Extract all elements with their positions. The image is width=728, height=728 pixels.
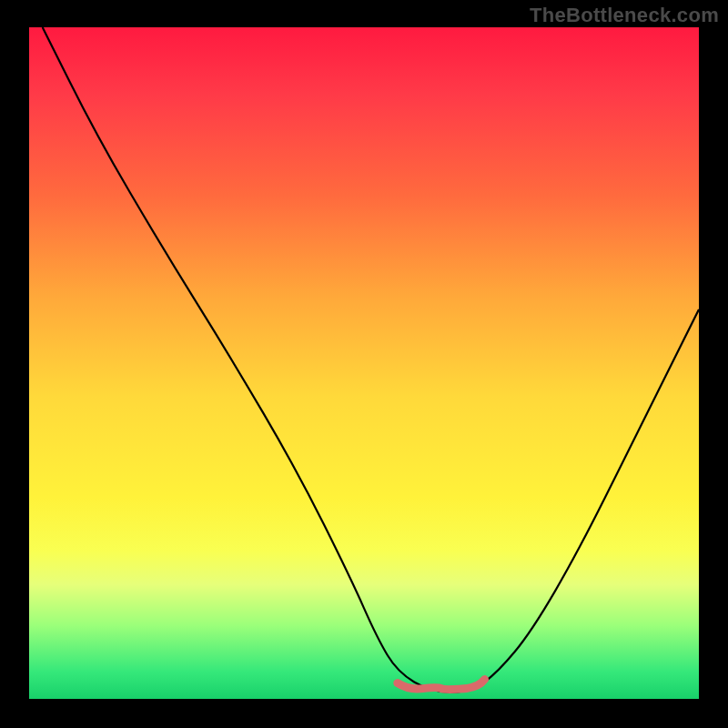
watermark-text: TheBottleneck.com — [530, 4, 719, 27]
curve-layer — [29, 27, 699, 699]
chart-frame: TheBottleneck.com — [0, 0, 728, 728]
plot-area — [29, 27, 699, 699]
bottleneck-curve — [43, 27, 699, 693]
